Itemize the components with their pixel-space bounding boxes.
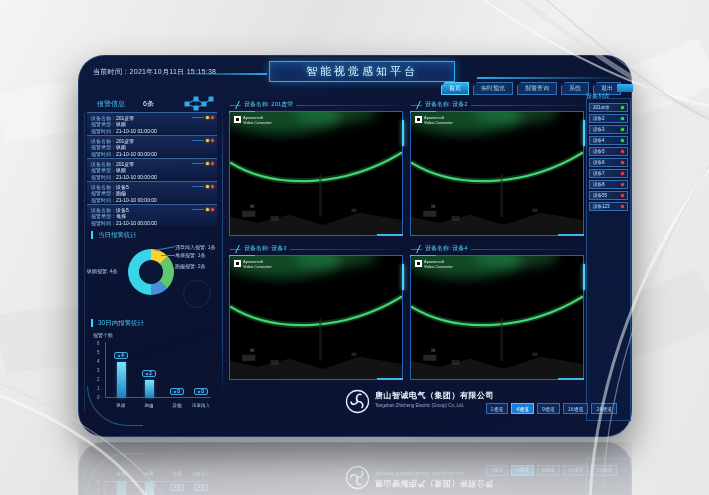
status-dot-icon bbox=[621, 194, 624, 197]
device-list-panel: 设备列表 201皮带 设备2 设备3 设备4 设备5 设备6 设备7 设备8 设… bbox=[586, 84, 631, 421]
video-cell-3[interactable]: 设备名称: 设备3 ApowersoftVideo Converter bbox=[228, 242, 404, 381]
desktop-background: 当前时间：2021年10月11日 15:15:38 智能视觉感知平台 首页 实时… bbox=[0, 0, 709, 495]
edge-accent bbox=[583, 120, 585, 146]
status-dot-icon bbox=[621, 106, 624, 109]
channel-button-16[interactable]: 16通道 bbox=[563, 403, 589, 414]
warning-dot-icon bbox=[206, 185, 209, 188]
bar bbox=[145, 380, 154, 398]
alarm-status-dots bbox=[192, 185, 214, 188]
warning-dot-icon bbox=[206, 116, 209, 119]
nav-tab-system[interactable]: 系统 bbox=[561, 82, 589, 95]
video-title: 设备名称: 设备2 bbox=[422, 100, 471, 109]
bar-value-label: 0 bbox=[170, 388, 184, 395]
status-dot-icon bbox=[621, 161, 624, 164]
device-item-7[interactable]: 设备7 bbox=[589, 169, 628, 178]
status-dot-icon bbox=[621, 139, 624, 142]
status-dot-icon bbox=[621, 150, 624, 153]
page-title: 智能视觉感知平台 bbox=[269, 61, 455, 82]
watermark: ApowersoftVideo Converter bbox=[415, 116, 453, 125]
video-title: 设备名称: 201皮带 bbox=[241, 100, 296, 109]
device-item-123[interactable]: 设备123 bbox=[589, 202, 628, 211]
watermark-logo-icon bbox=[415, 116, 422, 123]
channel-button-4[interactable]: 4通道 bbox=[511, 403, 534, 414]
alarm-card-5[interactable]: 设备名称：设备5 报警类型：堆煤 报警时间：21-10-10 00:00:00 bbox=[87, 204, 217, 226]
company-name-cn: 唐山智诚电气（集团）有限公司 bbox=[375, 390, 494, 401]
header-decoration-line-right bbox=[477, 77, 623, 79]
status-dot-icon bbox=[621, 128, 624, 131]
watermark: ApowersoftVideo Converter bbox=[415, 260, 453, 269]
network-decoration-icon bbox=[183, 95, 215, 113]
donut-label: 违章闯入报警: 1条 bbox=[175, 244, 216, 250]
alarm-status-dots bbox=[192, 208, 214, 211]
video-feed bbox=[411, 256, 583, 379]
video-grid: 设备名称: 201皮带 ApowersoftVideo Converter 设备… bbox=[228, 98, 585, 381]
device-item-8[interactable]: 设备8 bbox=[589, 180, 628, 189]
donut-label-lead-line bbox=[155, 246, 175, 250]
donut-label: 堆煤报警: 1条 bbox=[175, 252, 206, 258]
alarm-card-3[interactable]: 设备名称：201皮带 报警类型：纵撕 报警时间：21-10-10 00:00:0… bbox=[87, 158, 217, 180]
status-dot-icon bbox=[621, 172, 624, 175]
device-item-3[interactable]: 设备3 bbox=[589, 125, 628, 134]
current-time: 当前时间：2021年10月11日 15:15:38 bbox=[93, 67, 216, 77]
video-cell-2[interactable]: 设备名称: 设备2 ApowersoftVideo Converter bbox=[409, 98, 585, 237]
nav-tab-alarm-query[interactable]: 报警查询 bbox=[517, 82, 557, 95]
device-item-201[interactable]: 201皮带 bbox=[589, 103, 628, 112]
watermark-logo-icon bbox=[415, 260, 422, 267]
donut-label-lead-line bbox=[161, 255, 175, 256]
monthly-stats-title: 30日内报警统计 bbox=[91, 319, 144, 327]
bar-category-label: 异物 bbox=[173, 403, 182, 408]
bar-chart-ylabel: 报警个数 bbox=[93, 332, 113, 338]
watermark: ApowersoftVideo Converter bbox=[234, 116, 272, 125]
alarm-status-dots bbox=[192, 162, 214, 165]
bar-category-label: 跑偏 bbox=[145, 403, 154, 408]
alarm-card-1[interactable]: 设备名称：201皮带 报警类型：纵撕 报警时间：21-10-10 01:00:0… bbox=[87, 112, 217, 134]
video-feed bbox=[230, 112, 402, 235]
alarm-list: 设备名称：201皮带 报警类型：纵撕 报警时间：21-10-10 01:00:0… bbox=[87, 112, 217, 227]
device-item-2[interactable]: 设备2 bbox=[589, 114, 628, 123]
watermark-logo-icon bbox=[234, 116, 241, 123]
device-item-6[interactable]: 设备6 bbox=[589, 158, 628, 167]
device-list: 201皮带 设备2 设备3 设备4 设备5 设备6 设备7 设备8 设备55 设… bbox=[586, 98, 631, 421]
alert-dot-icon bbox=[211, 116, 214, 119]
video-cell-201[interactable]: 设备名称: 201皮带 ApowersoftVideo Converter bbox=[228, 98, 404, 237]
bar-value-label: 0 bbox=[194, 388, 208, 395]
alarm-status-dots bbox=[192, 116, 214, 119]
video-cell-4[interactable]: 设备名称: 设备4 ApowersoftVideo Converter bbox=[409, 242, 585, 381]
video-frame: ApowersoftVideo Converter bbox=[410, 111, 584, 236]
channel-button-9[interactable]: 9通道 bbox=[537, 403, 560, 414]
device-item-55[interactable]: 设备55 bbox=[589, 191, 628, 200]
status-dot-icon bbox=[621, 117, 624, 120]
vertical-divider bbox=[222, 102, 223, 402]
alert-dot-icon bbox=[211, 162, 214, 165]
left-panel-frame-line bbox=[84, 112, 85, 412]
edge-accent bbox=[402, 120, 404, 146]
alarm-card-2[interactable]: 设备名称：201皮带 报警类型：纵撕 报警时间：21-10-10 00:00:0… bbox=[87, 135, 217, 157]
warning-dot-icon bbox=[206, 162, 209, 165]
warning-dot-icon bbox=[206, 139, 209, 142]
nav-tab-home[interactable]: 首页 bbox=[441, 82, 469, 95]
channel-switcher: 1通道 4通道 9通道 16通道 24通道 bbox=[486, 403, 617, 414]
device-list-tab[interactable] bbox=[617, 84, 633, 92]
header-decoration-line-left bbox=[177, 73, 267, 75]
donut-label: 跑偏报警: 2条 bbox=[175, 263, 206, 269]
bar-value-label: 4 bbox=[114, 352, 128, 359]
video-feed bbox=[411, 112, 583, 235]
alert-dot-icon bbox=[211, 208, 214, 211]
watermark-logo-icon bbox=[234, 260, 241, 267]
device-item-4[interactable]: 设备4 bbox=[589, 136, 628, 145]
watermark-emblem bbox=[183, 280, 211, 308]
channel-button-1[interactable]: 1通道 bbox=[486, 403, 509, 414]
video-frame: ApowersoftVideo Converter bbox=[229, 255, 403, 380]
corner-arc-decoration bbox=[87, 386, 143, 426]
alarm-card-4[interactable]: 设备名称：设备5 报警类型：跑偏 报警时间：21-10-10 00:00:00 bbox=[87, 181, 217, 203]
video-title: 设备名称: 设备3 bbox=[241, 244, 290, 253]
channel-button-24[interactable]: 24通道 bbox=[591, 403, 617, 414]
edge-accent bbox=[402, 264, 404, 290]
watermark: ApowersoftVideo Converter bbox=[234, 260, 272, 269]
video-feed bbox=[230, 256, 402, 379]
alarm-panel-title: 报警信息 bbox=[97, 100, 125, 107]
bar-category-label: 违章闯入 bbox=[192, 403, 210, 408]
alarm-status-dots bbox=[192, 139, 214, 142]
device-item-5[interactable]: 设备5 bbox=[589, 147, 628, 156]
nav-tab-live-preview[interactable]: 实时预览 bbox=[473, 82, 513, 95]
